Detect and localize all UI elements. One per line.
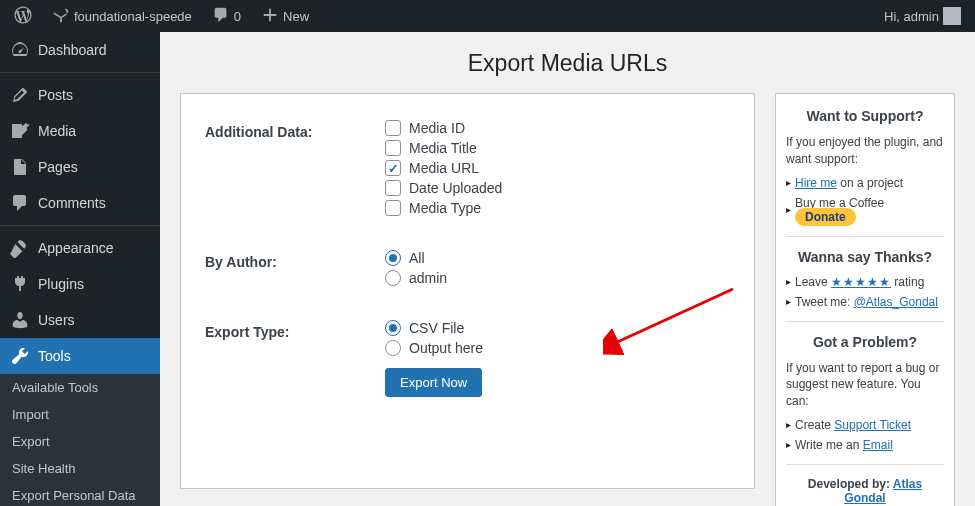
chk-date-uploaded[interactable]	[385, 180, 401, 196]
admin-bar: foundational-speede 0 New Hi, admin	[0, 0, 975, 32]
thanks-tweet: Tweet me: @Atlas_Gondal	[786, 295, 944, 309]
support-heading: Want to Support?	[786, 108, 944, 124]
menu-appearance[interactable]: Appearance	[0, 230, 160, 266]
menu-separator	[0, 225, 160, 226]
wp-logo[interactable]	[8, 6, 38, 27]
site-name[interactable]: foundational-speede	[46, 6, 198, 27]
problem-email: Write me an Email	[786, 438, 944, 452]
sub-export[interactable]: Export	[0, 428, 160, 455]
label-by-author: By Author:	[205, 244, 385, 314]
rad-author-admin[interactable]	[385, 270, 401, 286]
site-title: foundational-speede	[74, 9, 192, 24]
sub-import[interactable]: Import	[0, 401, 160, 428]
hire-me-link[interactable]: Hire me	[795, 176, 837, 190]
support-intro: If you enjoyed the plugin, and want supp…	[786, 134, 944, 168]
comment-count: 0	[234, 9, 241, 24]
menu-media[interactable]: Media	[0, 113, 160, 149]
settings-panel: Additional Data: Media ID Media Title Me…	[180, 93, 755, 489]
donate-button[interactable]: Donate	[795, 208, 856, 226]
menu-dashboard[interactable]: Dashboard	[0, 32, 160, 68]
export-now-button[interactable]: Export Now	[385, 368, 482, 397]
problem-intro: If you want to report a bug or suggest n…	[786, 360, 944, 410]
avatar	[943, 7, 961, 25]
thanks-heading: Wanna say Thanks?	[786, 249, 944, 265]
page-title: Export Media URLs	[180, 50, 955, 77]
support-panel: Want to Support? If you enjoyed the plug…	[775, 93, 955, 506]
menu-separator	[0, 72, 160, 73]
tools-submenu: Available Tools Import Export Site Healt…	[0, 374, 160, 506]
rating-stars-link[interactable]: ★★★★★	[831, 275, 891, 289]
rad-output-here[interactable]	[385, 340, 401, 356]
chk-media-title[interactable]	[385, 140, 401, 156]
label-export-type: Export Type:	[205, 314, 385, 421]
greeting-text: Hi, admin	[884, 9, 939, 24]
annotation-arrow	[603, 279, 743, 359]
new-content[interactable]: New	[255, 6, 315, 27]
admin-bar-right: Hi, admin	[878, 7, 967, 25]
sub-site-health[interactable]: Site Health	[0, 455, 160, 482]
my-account[interactable]: Hi, admin	[878, 7, 967, 25]
support-ticket-link[interactable]: Support Ticket	[834, 418, 911, 432]
new-label: New	[283, 9, 309, 24]
email-link[interactable]: Email	[863, 438, 893, 452]
menu-users[interactable]: Users	[0, 302, 160, 338]
problem-ticket: Create Support Ticket	[786, 418, 944, 432]
rad-author-all[interactable]	[385, 250, 401, 266]
sub-available-tools[interactable]: Available Tools	[0, 374, 160, 401]
sub-export-personal-data[interactable]: Export Personal Data	[0, 482, 160, 506]
chk-media-type[interactable]	[385, 200, 401, 216]
problem-heading: Got a Problem?	[786, 334, 944, 350]
menu-posts[interactable]: Posts	[0, 77, 160, 113]
tweet-link[interactable]: @Atlas_Gondal	[854, 295, 938, 309]
support-coffee: Buy me a Coffee Donate	[786, 196, 944, 224]
comments-link[interactable]: 0	[206, 6, 247, 27]
chk-media-url[interactable]	[385, 160, 401, 176]
content-area: Export Media URLs Additional Data: Media…	[160, 32, 975, 506]
menu-plugins[interactable]: Plugins	[0, 266, 160, 302]
menu-comments[interactable]: Comments	[0, 185, 160, 221]
svg-line-0	[613, 289, 733, 344]
label-additional-data: Additional Data:	[205, 114, 385, 244]
admin-sidebar: Dashboard Posts Media Pages Comments App…	[0, 32, 160, 506]
developed-by: Developed by: Atlas Gondal	[786, 477, 944, 505]
chk-media-id[interactable]	[385, 120, 401, 136]
menu-pages[interactable]: Pages	[0, 149, 160, 185]
menu-tools[interactable]: Tools	[0, 338, 160, 374]
thanks-rating: Leave ★★★★★ rating	[786, 275, 944, 289]
admin-bar-left: foundational-speede 0 New	[8, 6, 315, 27]
support-hire: Hire me on a project	[786, 176, 944, 190]
rad-csv-file[interactable]	[385, 320, 401, 336]
